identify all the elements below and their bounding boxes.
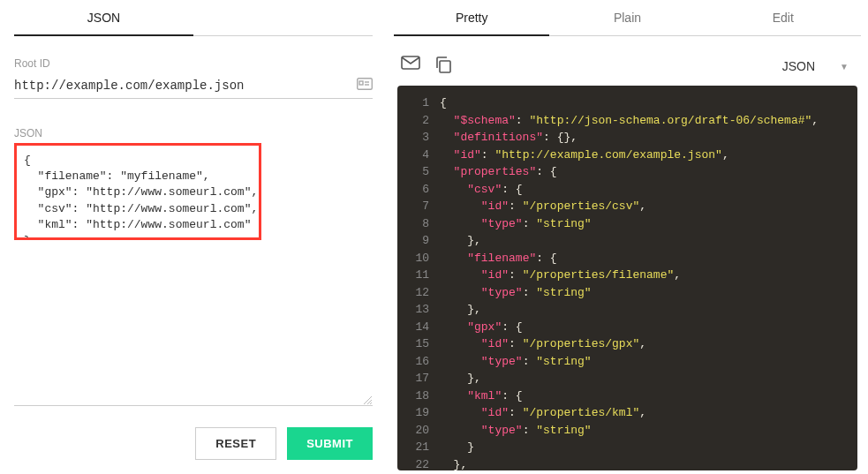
format-select[interactable]: JSON ▼ [782, 59, 854, 73]
code-line: 17 }, [397, 370, 857, 387]
json-input[interactable] [14, 143, 261, 240]
code-content: "type": "string" [440, 284, 592, 302]
code-content: "type": "string" [440, 353, 592, 371]
code-content: }, [440, 370, 481, 387]
line-number: 10 [408, 250, 429, 267]
svg-rect-8 [440, 61, 450, 72]
code-content: "id": "http://example.com/example.json", [440, 147, 729, 164]
tab-plain[interactable]: Plain [549, 0, 705, 35]
resize-handle-icon[interactable] [362, 395, 373, 405]
code-line: 15 "id": "/properties/gpx", [397, 335, 857, 353]
code-content: "type": "string" [440, 215, 592, 233]
code-line: 4 "id": "http://example.com/example.json… [397, 147, 857, 164]
left-panel: JSON Root ID JSON RESET SUBMIT [0, 0, 387, 474]
line-number: 11 [408, 267, 429, 284]
line-number: 16 [408, 353, 429, 371]
root-id-input[interactable] [14, 73, 351, 98]
svg-rect-1 [359, 81, 363, 85]
line-number: 4 [408, 147, 429, 164]
code-content: "csv": { [440, 181, 523, 199]
tab-pretty[interactable]: Pretty [394, 0, 549, 35]
line-number: 12 [408, 284, 429, 302]
tab-json[interactable]: JSON [14, 0, 193, 35]
left-tabs: JSON [14, 0, 373, 36]
chevron-down-icon: ▼ [840, 62, 849, 71]
code-content: } [440, 439, 474, 456]
line-number: 3 [408, 129, 429, 147]
code-content: { [440, 94, 447, 112]
json-textarea-extent[interactable] [14, 247, 373, 406]
right-tabs: Pretty Plain Edit [394, 0, 861, 36]
code-line: 8 "type": "string" [397, 215, 857, 233]
right-panel: Pretty Plain Edit JSON ▼ 1{2 "$schema" [387, 0, 868, 474]
code-line: 10 "filename": { [397, 250, 857, 267]
code-line: 19 "id": "/properties/kml", [397, 404, 857, 422]
code-output[interactable]: 1{2 "$schema": "http://json-schema.org/d… [397, 86, 857, 470]
root-id-label: Root ID [14, 57, 373, 70]
svg-rect-7 [402, 56, 419, 69]
line-number: 13 [408, 301, 429, 319]
code-line: 22 }, [397, 456, 857, 471]
line-number: 8 [408, 215, 429, 233]
line-number: 2 [408, 112, 429, 130]
code-line: 11 "id": "/properties/filename", [397, 267, 857, 284]
code-content: "gpx": { [440, 319, 523, 336]
line-number: 20 [408, 422, 429, 440]
code-line: 6 "csv": { [397, 181, 857, 199]
code-content: "filename": { [440, 250, 557, 267]
code-content: "id": "/properties/csv", [440, 198, 646, 215]
code-line: 14 "gpx": { [397, 319, 857, 336]
root-id-row [14, 73, 373, 99]
mail-icon[interactable] [401, 56, 420, 77]
code-line: 1{ [397, 94, 857, 112]
code-content: "id": "/properties/filename", [440, 267, 681, 284]
code-line: 2 "$schema": "http://json-schema.org/dra… [397, 112, 857, 130]
output-toolbar: JSON ▼ [394, 50, 861, 86]
code-line: 7 "id": "/properties/csv", [397, 198, 857, 215]
code-line: 13 }, [397, 301, 857, 319]
code-line: 16 "type": "string" [397, 353, 857, 371]
svg-line-6 [370, 403, 372, 404]
code-line: 9 }, [397, 232, 857, 250]
button-row: RESET SUBMIT [14, 406, 373, 460]
copy-icon[interactable] [434, 56, 452, 77]
code-content: "kml": { [440, 387, 523, 405]
line-number: 9 [408, 232, 429, 250]
line-number: 7 [408, 198, 429, 215]
line-number: 21 [408, 439, 429, 456]
code-line: 18 "kml": { [397, 387, 857, 405]
line-number: 6 [408, 181, 429, 199]
code-content: }, [440, 456, 467, 471]
code-content: "id": "/properties/gpx", [440, 335, 646, 353]
code-content: "$schema": "http://json-schema.org/draft… [440, 112, 819, 130]
code-line: 20 "type": "string" [397, 422, 857, 440]
line-number: 22 [408, 456, 429, 471]
line-number: 15 [408, 335, 429, 353]
json-label: JSON [14, 127, 373, 139]
line-number: 17 [408, 370, 429, 387]
code-content: "definitions": {}, [440, 129, 577, 147]
line-number: 1 [408, 94, 429, 112]
format-selected-label: JSON [782, 59, 815, 73]
code-line: 12 "type": "string" [397, 284, 857, 302]
code-content: }, [440, 301, 481, 319]
code-line: 3 "definitions": {}, [397, 129, 857, 147]
code-content: }, [440, 232, 481, 250]
line-number: 5 [408, 163, 429, 181]
code-content: "id": "/properties/kml", [440, 404, 646, 422]
code-line: 5 "properties": { [397, 163, 857, 181]
code-line: 21 } [397, 439, 857, 456]
line-number: 18 [408, 387, 429, 405]
code-content: "properties": { [440, 163, 557, 181]
id-card-icon[interactable] [357, 78, 373, 94]
reset-button[interactable]: RESET [195, 427, 276, 460]
code-content: "type": "string" [440, 422, 592, 440]
submit-button[interactable]: SUBMIT [287, 427, 373, 460]
tab-edit[interactable]: Edit [706, 0, 861, 35]
line-number: 14 [408, 319, 429, 336]
line-number: 19 [408, 404, 429, 422]
